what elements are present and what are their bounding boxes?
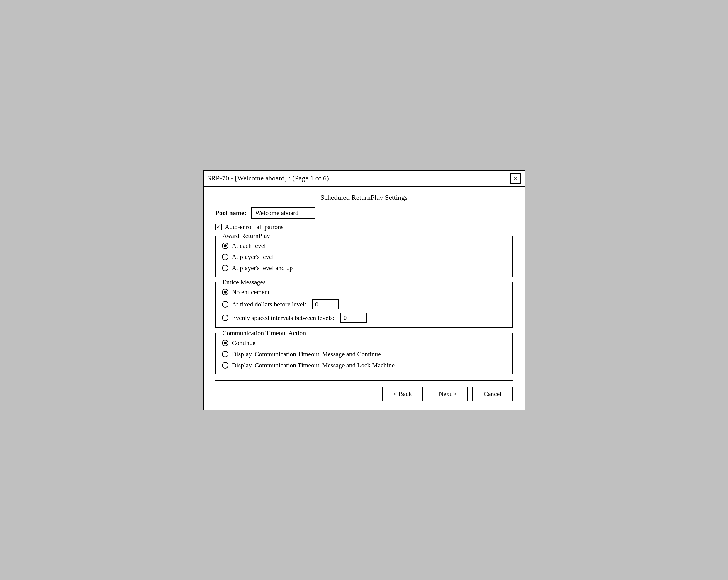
entice-option-label-2: Evenly spaced intervals between levels:: [232, 314, 335, 322]
section-title: Scheduled ReturnPlay Settings: [215, 194, 513, 201]
timeout-option-1[interactable]: Display 'Communication Timeout' Message …: [222, 350, 506, 358]
award-radio-0[interactable]: [222, 243, 228, 249]
close-button[interactable]: ×: [511, 173, 521, 184]
next-button[interactable]: Next >: [428, 387, 468, 401]
entice-messages-group: Entice Messages No enticement At fixed d…: [215, 282, 513, 328]
award-radio-2[interactable]: [222, 265, 228, 271]
timeout-option-0[interactable]: Continue: [222, 339, 506, 347]
evenly-spaced-input[interactable]: [340, 313, 367, 323]
timeout-option-label-2: Display 'Communication Timeout' Message …: [232, 361, 395, 369]
button-row: < Back Next > Cancel: [215, 387, 513, 404]
timeout-option-label-1: Display 'Communication Timeout' Message …: [232, 350, 381, 358]
entice-option-2[interactable]: Evenly spaced intervals between levels:: [222, 313, 506, 323]
award-option-label-0: At each level: [232, 242, 266, 250]
award-return-play-legend: Award ReturnPlay: [221, 232, 272, 240]
pool-name-label: Pool name:: [215, 209, 246, 217]
entice-option-0[interactable]: No enticement: [222, 288, 506, 296]
entice-messages-legend: Entice Messages: [221, 278, 267, 286]
award-option-1[interactable]: At player's level: [222, 253, 506, 261]
dialog-body: Scheduled ReturnPlay Settings Pool name:…: [204, 187, 524, 410]
timeout-radio-1[interactable]: [222, 351, 228, 357]
award-radio-1[interactable]: [222, 254, 228, 260]
auto-enroll-checkbox[interactable]: ✓: [215, 224, 222, 230]
timeout-option-2[interactable]: Display 'Communication Timeout' Message …: [222, 361, 506, 369]
communication-timeout-legend: Communication Timeout Action: [221, 329, 308, 337]
fixed-dollars-input[interactable]: [312, 299, 339, 309]
award-option-0[interactable]: At each level: [222, 242, 506, 250]
dialog-window: SRP-70 - [Welcome aboard] : (Page 1 of 6…: [203, 170, 525, 410]
back-button[interactable]: < Back: [382, 387, 423, 401]
entice-radio-1[interactable]: [222, 301, 228, 308]
entice-radio-0[interactable]: [222, 289, 228, 295]
timeout-radio-2[interactable]: [222, 362, 228, 368]
award-option-label-1: At player's level: [232, 253, 274, 261]
entice-option-label-1: At fixed dollars before level:: [232, 301, 306, 308]
next-underline: N: [439, 390, 444, 397]
entice-option-1[interactable]: At fixed dollars before level:: [222, 299, 506, 309]
cancel-button[interactable]: Cancel: [472, 387, 513, 401]
divider: [215, 380, 513, 381]
window-title: SRP-70 - [Welcome aboard] : (Page 1 of 6…: [207, 174, 329, 182]
award-return-play-group: Award ReturnPlay At each level At player…: [215, 236, 513, 277]
award-option-2[interactable]: At player's level and up: [222, 264, 506, 272]
pool-name-input[interactable]: [251, 208, 315, 219]
back-underline: B: [399, 390, 403, 397]
timeout-option-label-0: Continue: [232, 339, 256, 347]
title-bar: SRP-70 - [Welcome aboard] : (Page 1 of 6…: [204, 171, 524, 187]
communication-timeout-group: Communication Timeout Action Continue Di…: [215, 333, 513, 375]
auto-enroll-row: ✓ Auto-enroll all patrons: [215, 223, 513, 231]
entice-option-label-0: No enticement: [232, 288, 270, 296]
auto-enroll-label: Auto-enroll all patrons: [225, 223, 284, 231]
entice-radio-2[interactable]: [222, 314, 228, 321]
timeout-radio-0[interactable]: [222, 340, 228, 346]
award-option-label-2: At player's level and up: [232, 264, 293, 272]
pool-name-row: Pool name:: [215, 208, 513, 219]
